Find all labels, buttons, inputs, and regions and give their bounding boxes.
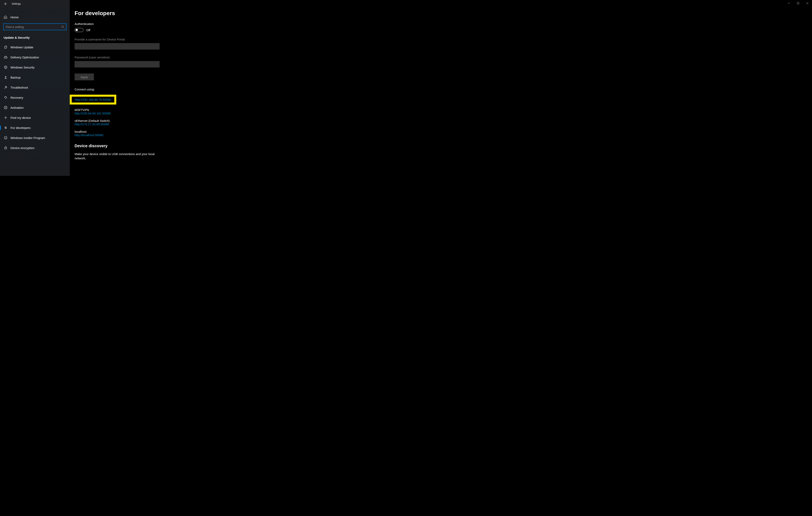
sidebar-item-troubleshoot[interactable]: Troubleshoot xyxy=(0,82,70,92)
svg-point-0 xyxy=(62,26,63,28)
settings-sidebar: Settings Home Update & Security Windows … xyxy=(0,0,70,176)
svg-point-5 xyxy=(6,128,7,129)
troubleshoot-icon xyxy=(4,85,8,89)
svg-point-7 xyxy=(5,138,5,138)
sidebar-item-label: Windows Update xyxy=(10,45,33,49)
svg-point-8 xyxy=(6,138,6,138)
sidebar-item-insider[interactable]: Windows Insider Program xyxy=(0,133,70,143)
auth-toggle-label: Off xyxy=(86,28,90,32)
apply-button[interactable]: Apply xyxy=(75,73,94,80)
page-title: For developers xyxy=(75,10,277,17)
sync-icon xyxy=(4,45,8,49)
back-button[interactable] xyxy=(4,2,7,6)
connect-url[interactable]: http://100.64.69.181:50080 xyxy=(75,112,277,115)
svg-point-6 xyxy=(4,136,7,139)
home-label: Home xyxy=(10,16,19,19)
sidebar-item-findmydevice[interactable]: Find my device xyxy=(0,113,70,123)
sidebar-item-label: Backup xyxy=(10,76,21,79)
auth-toggle-row: Off xyxy=(75,28,277,32)
toggle-knob xyxy=(76,29,78,31)
nav-list: Windows UpdateDelivery OptimizationWindo… xyxy=(0,42,70,153)
connect-url[interactable]: http://192.168.86.78:50080 xyxy=(75,98,111,101)
svg-point-3 xyxy=(5,117,6,118)
connect-label: vEthernet (Default Switch) xyxy=(75,119,277,122)
connect-entry: MSFTVPNhttp://100.64.69.181:50080 xyxy=(75,108,277,115)
recovery-icon xyxy=(4,95,8,99)
sidebar-item-label: Find my device xyxy=(10,116,31,119)
password-input[interactable] xyxy=(75,61,160,67)
settings-window: Settings Home Update & Security Windows … xyxy=(0,0,277,176)
svg-rect-1 xyxy=(4,57,7,58)
connect-entry: localhosthttp://localhost:50080 xyxy=(75,130,277,137)
auth-toggle[interactable] xyxy=(75,28,83,32)
sidebar-item-shield[interactable]: Windows Security xyxy=(0,62,70,72)
sidebar-item-recovery[interactable]: Recovery xyxy=(0,92,70,102)
sidebar-item-developers[interactable]: For developers xyxy=(0,123,70,133)
app-title: Settings xyxy=(12,2,21,5)
connect-label: localhost xyxy=(75,130,277,133)
sidebar-item-label: Recovery xyxy=(10,96,23,99)
username-input[interactable] xyxy=(75,43,160,50)
activation-icon xyxy=(4,105,8,110)
sidebar-item-label: Device encryption xyxy=(10,146,34,150)
username-label: Provide a username for Device Portal xyxy=(75,38,277,41)
findmydevice-icon xyxy=(4,116,8,120)
connect-label: MSFTVPN xyxy=(75,108,277,112)
connect-highlight: http://192.168.86.78:50080 xyxy=(70,95,116,104)
sidebar-item-label: For developers xyxy=(10,126,31,129)
sidebar-item-label: Windows Insider Program xyxy=(10,136,45,140)
sidebar-home[interactable]: Home xyxy=(0,13,70,21)
delivery-icon xyxy=(4,55,8,59)
developers-icon xyxy=(4,126,8,130)
titlebar: Settings xyxy=(0,0,70,8)
insider-icon xyxy=(4,136,8,140)
sidebar-item-label: Troubleshoot xyxy=(10,86,28,89)
connect-url[interactable]: http://localhost:50080 xyxy=(75,133,277,137)
home-icon xyxy=(4,15,8,19)
sidebar-item-encryption[interactable]: Device encryption xyxy=(0,143,70,153)
sidebar-item-sync[interactable]: Windows Update xyxy=(0,42,70,52)
sidebar-item-backup[interactable]: Backup xyxy=(0,72,70,82)
password-label: Password (case sensitive) xyxy=(75,56,277,59)
sidebar-item-delivery[interactable]: Delivery Optimization xyxy=(0,52,70,62)
category-heading: Update & Security xyxy=(4,36,66,39)
connect-list: http://192.168.86.78:50080MSFTVPNhttp://… xyxy=(75,95,277,137)
auth-heading: Authentication xyxy=(75,22,277,26)
search-icon xyxy=(61,25,64,28)
svg-point-4 xyxy=(5,127,5,127)
search-input[interactable] xyxy=(6,25,61,29)
device-discovery-text: Make your device visible to USB connecti… xyxy=(75,152,159,160)
sidebar-item-label: Delivery Optimization xyxy=(10,56,39,59)
connect-url[interactable]: http://172.17.32.65:50080 xyxy=(75,122,277,126)
sidebar-item-label: Windows Security xyxy=(10,66,34,69)
connect-heading: Connect using: xyxy=(75,88,277,91)
shield-icon xyxy=(4,65,8,69)
backup-icon xyxy=(4,75,8,79)
sidebar-item-label: Activation xyxy=(10,106,24,109)
sidebar-item-activation[interactable]: Activation xyxy=(0,102,70,113)
connect-entry: vEthernet (Default Switch)http://172.17.… xyxy=(75,119,277,126)
search-box[interactable] xyxy=(3,23,66,30)
device-discovery-heading: Device discovery xyxy=(75,144,277,148)
encryption-icon xyxy=(4,146,8,150)
svg-rect-9 xyxy=(5,148,7,149)
settings-main: For developers Authentication Off Provid… xyxy=(70,0,277,176)
